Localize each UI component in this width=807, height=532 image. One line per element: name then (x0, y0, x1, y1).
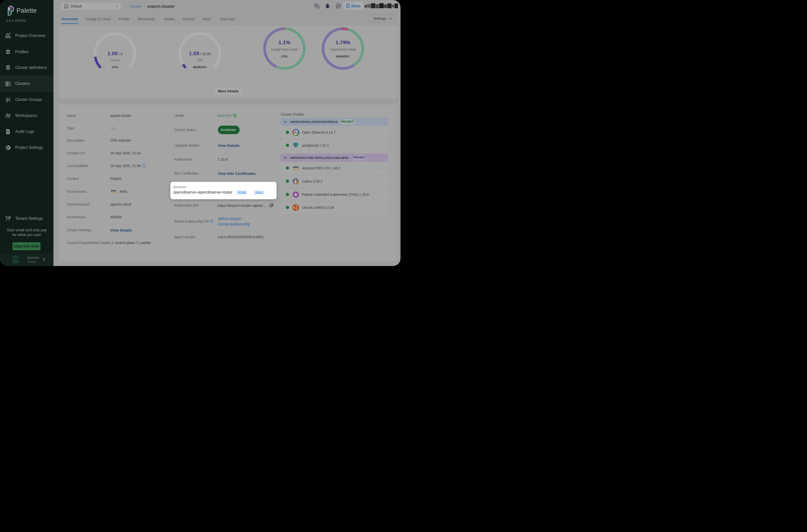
svg-text:aws: aws (293, 165, 299, 169)
svg-text:aws: aws (111, 189, 116, 192)
